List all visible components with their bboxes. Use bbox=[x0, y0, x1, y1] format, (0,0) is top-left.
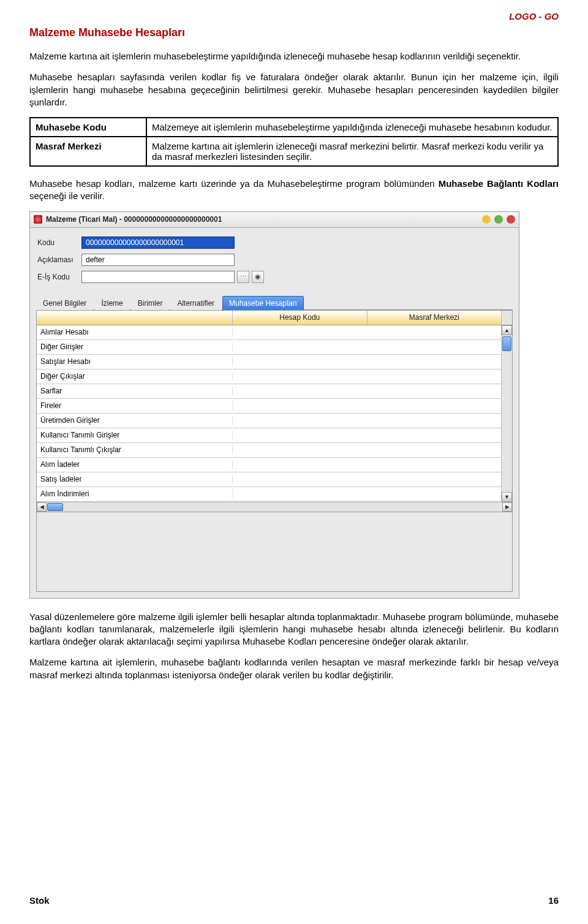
tab-izleme[interactable]: İzleme bbox=[94, 296, 129, 310]
table-row[interactable]: Kullanıcı Tanımlı Çıkışlar bbox=[37, 443, 501, 458]
footer-left: Stok bbox=[29, 895, 50, 906]
scroll-left-icon[interactable]: ◀ bbox=[37, 502, 47, 512]
table-row[interactable]: Diğer Çıkışlar bbox=[37, 369, 501, 384]
aciklama-input[interactable]: defter bbox=[81, 254, 235, 266]
row-label: Kullanıcı Tanımlı Çıkışlar bbox=[37, 445, 233, 454]
tab-strip: Genel Bilgiler İzleme Birimler Alternati… bbox=[36, 295, 513, 310]
table-row[interactable]: Kullanıcı Tanımlı Girişler bbox=[37, 428, 501, 443]
maximize-icon[interactable] bbox=[494, 215, 503, 224]
aciklama-label: Açıklaması bbox=[37, 256, 81, 264]
close-icon[interactable] bbox=[507, 215, 515, 224]
hscroll-track[interactable] bbox=[64, 502, 502, 512]
brand-label: LOGO - GO bbox=[29, 11, 559, 21]
row-label: Üretimden Girişler bbox=[37, 416, 233, 425]
page-title: Malzeme Muhasebe Hesapları bbox=[29, 26, 559, 39]
row-label: Satış İadeler bbox=[37, 475, 233, 483]
tab-muhasebe-hesaplari[interactable]: Muhasebe Hesapları bbox=[222, 296, 304, 310]
row-label: Diğer Çıkışlar bbox=[37, 372, 233, 381]
intro-paragraph-2: Muhasebe hesapları sayfasında verilen ko… bbox=[29, 71, 559, 108]
paragraph-5: Malzeme kartına ait işlemlerin, muhasebe… bbox=[29, 656, 559, 681]
table-row[interactable]: Sarflar bbox=[37, 384, 501, 399]
window-app-icon bbox=[34, 215, 42, 224]
row-label: Kullanıcı Tanımlı Girişler bbox=[37, 431, 233, 439]
tab-birimler[interactable]: Birimler bbox=[131, 296, 170, 310]
scroll-up-icon[interactable]: ▲ bbox=[502, 325, 512, 335]
intro-paragraph-1: Malzeme kartına ait işlemlerin muhasebel… bbox=[29, 50, 559, 62]
grid-header-hesap-kodu[interactable]: Hesap Kodu bbox=[233, 311, 368, 325]
minimize-icon[interactable] bbox=[482, 215, 491, 224]
grid-header-masraf-merkezi[interactable]: Masraf Merkezi bbox=[368, 311, 502, 325]
hscroll-thumb[interactable] bbox=[47, 503, 63, 511]
table-row[interactable]: Üretimden Girişler bbox=[37, 414, 501, 428]
kodu-input[interactable]: 000000000000000000000001 bbox=[81, 237, 235, 249]
row-label: Diğer Girişler bbox=[37, 343, 233, 351]
row-label: Alımlar Hesabı bbox=[37, 328, 233, 336]
table-row[interactable]: Fireler bbox=[37, 399, 501, 414]
table-row[interactable]: Diğer Girişler bbox=[37, 340, 501, 355]
table-row[interactable]: Satış İadeler bbox=[37, 472, 501, 487]
def-val-masraf-merkezi: Malzeme kartına ait işlemlerin izleneceğ… bbox=[146, 137, 558, 166]
grid-rows: Alımlar Hesabı Diğer Girişler Satışlar H… bbox=[37, 325, 501, 502]
eis-lookup-button[interactable]: ⋯ bbox=[237, 271, 249, 283]
row-label: Sarflar bbox=[37, 387, 233, 395]
definitions-table: Muhasebe Kodu Malzemeye ait işlemlerin m… bbox=[29, 117, 559, 167]
window-lower-area bbox=[36, 512, 513, 592]
paragraph-3: Muhasebe hesap kodları, malzeme kartı üz… bbox=[29, 178, 559, 203]
row-label: Satışlar Hesabı bbox=[37, 357, 233, 366]
footer-page-number: 16 bbox=[548, 895, 559, 906]
table-row[interactable]: Alımlar Hesabı bbox=[37, 325, 501, 340]
kodu-label: Kodu bbox=[37, 238, 81, 247]
accounts-grid: Hesap Kodu Masraf Merkezi Alımlar Hesabı… bbox=[36, 310, 513, 512]
grid-header-blank[interactable] bbox=[37, 311, 233, 325]
vertical-scrollbar[interactable]: ▲ ▼ bbox=[501, 325, 512, 502]
window-titlebar[interactable]: Malzeme (Ticari Mal) - 00000000000000000… bbox=[30, 212, 519, 228]
tab-genel-bilgiler[interactable]: Genel Bilgiler bbox=[36, 296, 93, 310]
scroll-down-icon[interactable]: ▼ bbox=[502, 492, 512, 502]
window-title-text: Malzeme (Ticari Mal) - 00000000000000000… bbox=[46, 215, 478, 224]
paragraph-3-bold: Muhasebe Bağlantı Kodları bbox=[439, 178, 559, 189]
paragraph-3-pre: Muhasebe hesap kodları, malzeme kartı üz… bbox=[29, 178, 439, 189]
eis-input[interactable] bbox=[81, 271, 235, 283]
paragraph-3-post: seçeneği ile verilir. bbox=[29, 191, 105, 201]
horizontal-scrollbar[interactable]: ◀ ▶ bbox=[37, 502, 512, 512]
scroll-right-icon[interactable]: ▶ bbox=[502, 502, 512, 512]
def-key-muhasebe-kodu: Muhasebe Kodu bbox=[30, 118, 146, 137]
grid-header: Hesap Kodu Masraf Merkezi bbox=[37, 311, 512, 325]
table-row[interactable]: Alım İndirimleri bbox=[37, 487, 501, 502]
row-label: Alım İndirimleri bbox=[37, 490, 233, 498]
eis-label: E-İş Kodu bbox=[37, 273, 81, 281]
table-row[interactable]: Satışlar Hesabı bbox=[37, 355, 501, 369]
tab-alternatifler[interactable]: Alternatifler bbox=[170, 296, 221, 310]
row-label: Alım İadeler bbox=[37, 460, 233, 469]
def-key-masraf-merkezi: Masraf Merkezi bbox=[30, 137, 146, 166]
app-window: Malzeme (Ticari Mal) - 00000000000000000… bbox=[29, 211, 519, 599]
page-footer: Stok 16 bbox=[29, 895, 559, 906]
eis-globe-button[interactable]: ◉ bbox=[252, 271, 264, 283]
table-row[interactable]: Alım İadeler bbox=[37, 458, 501, 472]
grid-header-scroll-spacer bbox=[501, 311, 512, 325]
scroll-thumb[interactable] bbox=[502, 336, 511, 351]
form-area: Kodu 000000000000000000000001 Açıklaması… bbox=[30, 228, 519, 292]
row-label: Fireler bbox=[37, 401, 233, 410]
paragraph-4: Yasal düzenlemelere göre malzeme ilgili … bbox=[29, 611, 559, 648]
def-val-muhasebe-kodu: Malzemeye ait işlemlerin muhasebeleştirm… bbox=[146, 118, 558, 137]
